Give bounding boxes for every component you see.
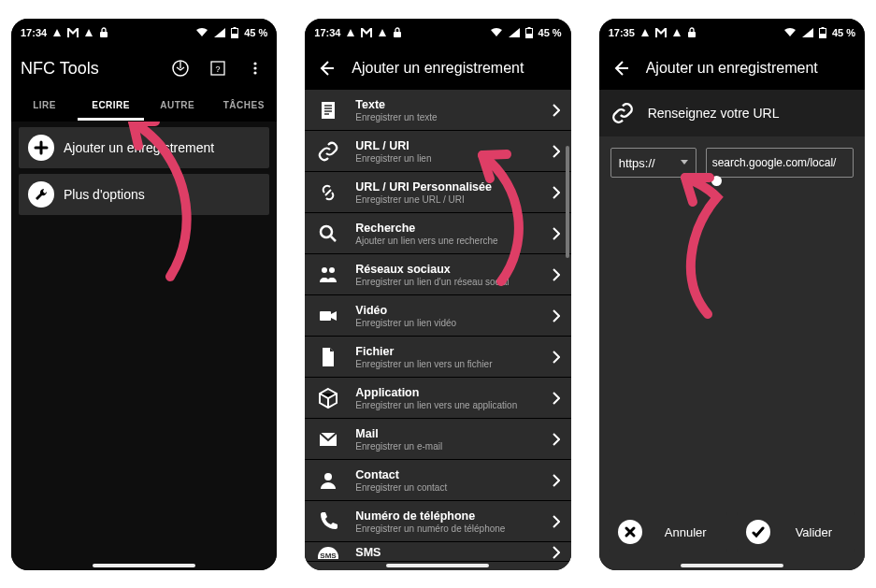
app-bar: Ajouter un enregistrement [305,47,570,90]
back-button[interactable] [609,56,633,80]
app-title: Ajouter un enregistrement [646,60,855,77]
lock-icon [687,27,696,38]
more-options-label: Plus d'options [64,187,145,202]
svg-text:?: ? [216,65,221,74]
record-type-app[interactable]: ApplicationEnregistrer un lien vers une … [305,378,570,419]
social-icon [312,264,344,286]
contact-icon [312,469,344,492]
chevron-right-icon [552,227,560,240]
triangle-up-icon [346,28,355,37]
mail-icon [312,428,344,451]
url-header: Renseignez votre URL [599,90,865,136]
action-read-icon[interactable] [168,56,193,80]
chevron-right-icon [552,104,560,117]
url-input[interactable]: search.google.com/local/ [706,148,854,178]
more-options-button[interactable]: Plus d'options [19,174,269,215]
scrollbar[interactable] [566,146,569,258]
signal-icon [509,28,520,37]
signal-icon [802,28,813,37]
status-time: 17:34 [314,27,340,38]
lock-icon [99,27,108,38]
record-type-phone[interactable]: Numéro de téléphoneEnregistrer un numéro… [305,501,570,542]
cancel-button[interactable]: Annuler [609,512,727,552]
phone-screen-1: 17:34 45 % NFC Tools ? LIRE ECRIRE AUTRE… [11,19,277,570]
svg-point-16 [329,267,335,273]
record-type-mail[interactable]: MailEnregistrer un e-mail [305,419,570,460]
item-subtitle: Enregistrer une URL / URI [355,194,539,205]
add-record-label: Ajouter un enregistrement [64,140,214,155]
tab-autre[interactable]: AUTRE [144,92,210,121]
dropdown-arrow-icon [681,160,688,165]
record-type-link[interactable]: URL / URIEnregistrer un lien [305,131,570,172]
item-title: Fichier [355,345,539,358]
chevron-right-icon [552,546,560,559]
wifi-icon [195,28,208,37]
record-type-sms[interactable]: SMSSMS [305,542,570,562]
app-bar: Ajouter un enregistrement [599,47,865,90]
record-type-link2[interactable]: URL / URI PersonnaliséeEnregistrer une U… [305,172,570,213]
content: Ajouter un enregistrement Plus d'options [11,122,277,570]
triangle-up-icon [378,28,387,37]
item-subtitle: Enregistrer un lien vers un fichier [355,359,539,369]
nav-indicator [93,564,195,567]
content: TexteEnregistrer un texteURL / URIEnregi… [305,90,570,570]
chevron-right-icon [552,474,560,487]
record-type-search[interactable]: RechercheAjouter un lien vers une recher… [305,213,570,254]
record-type-list[interactable]: TexteEnregistrer un texteURL / URIEnregi… [305,90,570,562]
item-title: Recherche [355,222,539,235]
record-type-text[interactable]: TexteEnregistrer un texte [305,90,570,131]
svg-rect-12 [527,27,530,29]
link2-icon [312,181,344,204]
overflow-menu-icon[interactable] [243,56,267,80]
add-record-button[interactable]: Ajouter un enregistrement [19,127,269,168]
record-type-video[interactable]: VidéoEnregistrer un lien vidéo [305,295,570,337]
url-header-text: Renseignez votre URL [648,106,780,121]
link-icon [610,101,635,125]
phone-screen-2: 17:34 45 % Ajouter un enregistrement Tex… [305,19,570,570]
item-title: Texte [355,98,539,111]
text-cursor-handle[interactable] [711,176,722,186]
status-bar: 17:34 45 % [305,19,570,47]
close-icon [618,520,642,544]
chevron-right-icon [552,515,560,528]
svg-rect-17 [320,311,331,321]
action-calendar-icon[interactable]: ? [206,56,230,80]
chevron-right-icon [552,351,560,364]
nav-indicator [386,564,489,567]
battery-icon [231,27,238,38]
tab-taches[interactable]: TÂCHES [210,92,277,121]
item-subtitle: Enregistrer un texte [355,112,539,122]
svg-rect-0 [100,32,108,37]
gmail-m-icon [67,28,79,37]
phone-icon [312,510,344,533]
record-type-social[interactable]: Réseaux sociauxEnregistrer un lien d'un … [305,254,570,295]
svg-point-8 [254,66,257,69]
triangle-up-icon [84,28,93,37]
back-button[interactable] [314,56,338,80]
chevron-right-icon [552,433,560,446]
url-value: search.google.com/local/ [712,156,837,169]
tab-ecrire[interactable]: ECRIRE [78,92,144,121]
content: Renseignez votre URL https:// search.goo… [599,90,865,570]
chevron-right-icon [552,268,560,281]
item-title: Réseaux sociaux [355,263,539,276]
app-icon [312,387,344,409]
chevron-right-icon [552,186,560,199]
triangle-up-icon [640,28,650,37]
item-subtitle: Enregistrer un lien d'un réseau social [355,277,539,287]
lock-icon [393,27,402,38]
record-type-file[interactable]: FichierEnregistrer un lien vers un fichi… [305,337,570,378]
triangle-up-icon [52,28,62,37]
svg-point-7 [254,62,257,65]
svg-rect-24 [821,27,824,29]
svg-point-9 [254,71,257,74]
app-title: NFC Tools [21,59,155,79]
validate-button[interactable]: Valider [737,512,855,552]
record-type-contact[interactable]: ContactEnregistrer un contact [305,460,570,501]
tab-lire[interactable]: LIRE [11,92,78,121]
wifi-icon [490,28,503,37]
svg-rect-10 [394,32,401,37]
status-time: 17:35 [609,27,635,38]
item-subtitle: Ajouter un lien vers une recherche [355,236,539,246]
scheme-dropdown[interactable]: https:// [610,148,696,178]
